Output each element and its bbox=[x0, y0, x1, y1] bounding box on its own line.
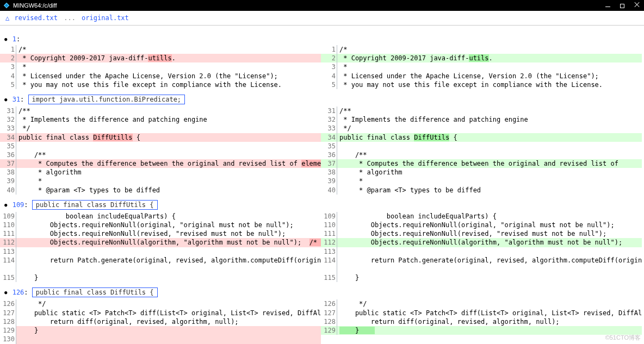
left-side: 126 */127 public static <T> Patch<T> dif… bbox=[0, 299, 321, 344]
diff-line: 40 * @param <T> types to be diffed bbox=[321, 186, 642, 195]
hunk-title: public final class DiffUtils { bbox=[32, 200, 158, 210]
line-number: 39 bbox=[0, 177, 16, 185]
line-number: 114 bbox=[321, 256, 337, 265]
diff-line: 31/** bbox=[0, 107, 321, 115]
line-number: 34 bbox=[321, 133, 337, 142]
window-controls bbox=[605, 2, 640, 9]
line-number: 35 bbox=[0, 142, 16, 151]
diff-line: 38 * algorithm bbox=[321, 168, 642, 177]
diff-line: …ualParts); bbox=[0, 265, 321, 273]
hunk-title: import java.util.function.BiPredicate; bbox=[28, 95, 185, 104]
diff-line: 37 * Computes the difference between the… bbox=[0, 159, 321, 168]
line-number: 110 bbox=[0, 221, 16, 229]
app-icon bbox=[3, 2, 10, 9]
line-number: 36 bbox=[321, 151, 337, 159]
file-sep: ... bbox=[64, 14, 76, 22]
line-number: 112 bbox=[321, 238, 337, 247]
diff-line: 114 return Patch.generate(original, revi… bbox=[0, 256, 321, 265]
line-number: 36 bbox=[0, 151, 16, 159]
diff-line: 35 bbox=[0, 142, 321, 151]
diff-line: 115 } bbox=[321, 273, 642, 282]
diff-line: 2 * Copyright 2009-2017 java-diff-utils. bbox=[321, 54, 642, 62]
hunk-header[interactable]: ● 1: bbox=[4, 35, 644, 43]
diff-line: 109 boolean includeEqualParts) { bbox=[321, 212, 642, 221]
hunk-header[interactable]: ● 31: import java.util.function.BiPredic… bbox=[4, 95, 644, 104]
line-number: 1 bbox=[0, 45, 16, 54]
diff-line: 40 * @param <T> types to be diffed bbox=[0, 186, 321, 195]
line-number: 32 bbox=[321, 115, 337, 124]
line-number: 31 bbox=[321, 107, 337, 115]
line-number: 32 bbox=[0, 115, 16, 124]
line-number: 128 bbox=[321, 317, 337, 326]
hunk-number: 1 bbox=[13, 35, 16, 43]
diff-line: 110 Objects.requireNonNull(original, "or… bbox=[321, 221, 642, 229]
close-button[interactable] bbox=[634, 2, 640, 9]
line-number: 33 bbox=[321, 124, 337, 133]
diff-line: 112 Objects.requireNonNull(algorithm, "a… bbox=[321, 238, 642, 247]
diff-line: 1/* bbox=[321, 45, 642, 54]
line-number: 113 bbox=[0, 247, 16, 256]
hunk-number: 31 bbox=[13, 96, 20, 103]
line-number bbox=[321, 265, 337, 273]
line-number: 1 bbox=[321, 45, 337, 54]
line-number: 126 bbox=[0, 299, 16, 308]
hunk-header[interactable]: ● 109: public final class DiffUtils { bbox=[4, 200, 644, 210]
diff-line: 129 } bbox=[0, 326, 321, 335]
line-number: 33 bbox=[0, 124, 16, 133]
maximize-button[interactable] bbox=[620, 2, 624, 9]
diff-region: 1/*2 * Copyright 2009-2017 java-diff-uti… bbox=[0, 45, 644, 89]
diff-line: 110 Objects.requireNonNull(original, "or… bbox=[0, 221, 321, 229]
line-number: 111 bbox=[321, 229, 337, 238]
line-number: 35 bbox=[321, 142, 337, 151]
diff-line: 34public final class DiffUtils { bbox=[321, 133, 642, 142]
diff-line: 1/* bbox=[0, 45, 321, 54]
diff-line: 127 public static <T> Patch<T> diff(List… bbox=[321, 309, 642, 317]
diff-line: 126 */ bbox=[0, 299, 321, 308]
diff-line: 5 * you may not use this file except in … bbox=[321, 80, 642, 89]
hunk-number: 126 bbox=[13, 289, 24, 296]
file-header: △ revised.txt ... original.txt bbox=[0, 11, 644, 26]
diff-line: 2 * Copyright 2009-2017 java-diff-utills… bbox=[0, 54, 321, 62]
hunk-number: 109 bbox=[13, 201, 24, 209]
right-side: 31/**32 * Implements the difference and … bbox=[321, 107, 642, 195]
diff-line: 111 Objects.requireNonNull(revised, "rev… bbox=[321, 229, 642, 238]
diff-body[interactable]: ● 1:1/*2 * Copyright 2009-2017 java-diff… bbox=[0, 35, 644, 344]
line-number: 109 bbox=[0, 212, 16, 221]
line-number: 109 bbox=[321, 212, 337, 221]
diff-line: 129 } bbox=[321, 326, 642, 335]
line-number: 129 bbox=[321, 326, 337, 335]
diff-line: 4 * Licensed under the Apache License, V… bbox=[321, 72, 642, 80]
diff-line: 32 * Implements the difference and patch… bbox=[321, 115, 642, 124]
hunk-header[interactable]: ● 126: public final class DiffUtils { bbox=[4, 287, 644, 297]
diff-line: 3 * bbox=[321, 62, 642, 71]
line-number: 3 bbox=[321, 62, 337, 71]
line-number: 129 bbox=[0, 326, 16, 335]
line-number: 38 bbox=[0, 168, 16, 177]
line-number: 130 bbox=[0, 335, 16, 343]
diff-line: 113 bbox=[321, 247, 642, 256]
line-number: 4 bbox=[321, 72, 337, 80]
left-side: 109 boolean includeEqualParts) {110 Obje… bbox=[0, 212, 321, 283]
right-side: 1/*2 * Copyright 2009-2017 java-diff-uti… bbox=[321, 45, 642, 89]
line-number: 114 bbox=[0, 256, 16, 265]
diff-line: 33 */ bbox=[0, 124, 321, 133]
diff-line: 37 * Computes the difference between the… bbox=[321, 159, 642, 168]
file-a: revised.txt bbox=[14, 14, 57, 22]
line-number: 115 bbox=[321, 273, 337, 282]
diff-line: 130 bbox=[0, 335, 321, 343]
diff-line: 112 Objects.requireNonNull(algorithm, "a… bbox=[0, 238, 321, 247]
line-number: 37 bbox=[0, 159, 16, 168]
line-number: 34 bbox=[0, 133, 16, 142]
diff-line: 39 * bbox=[321, 177, 642, 185]
diff-line: 109 boolean includeEqualParts) { bbox=[0, 212, 321, 221]
diff-line: 128 return diff(original, revised, algor… bbox=[321, 317, 642, 326]
diff-line: 4 * Licensed under the Apache License, V… bbox=[0, 72, 321, 80]
diff-line: 36 /** bbox=[0, 151, 321, 159]
diff-line: 3 * bbox=[0, 62, 321, 71]
line-number: 115 bbox=[0, 273, 16, 282]
minimize-button[interactable] bbox=[605, 2, 610, 9]
right-side: 126 */127 public static <T> Patch<T> dif… bbox=[321, 299, 642, 344]
diff-region: 126 */127 public static <T> Patch<T> dif… bbox=[0, 299, 644, 344]
titlebar: MINGW64:/c/diff bbox=[0, 0, 644, 11]
diff-line: 114 return Patch.generate(original, revi… bbox=[321, 256, 642, 265]
